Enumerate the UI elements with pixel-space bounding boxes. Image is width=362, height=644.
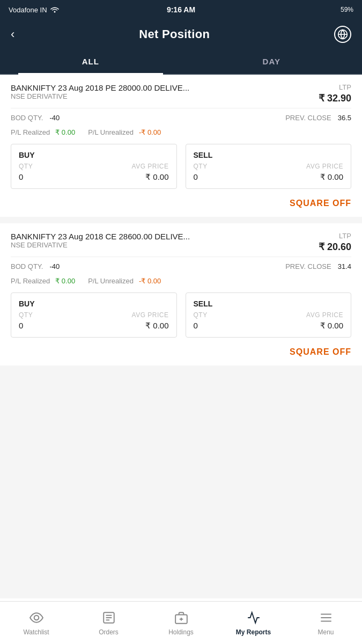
position-name-1: BANKNIFTY 23 Aug 2018 PE 28000.00 DELIVE… [11,83,189,107]
tab-day[interactable]: DAY [181,49,363,74]
bottom-nav: Watchlist Orders Holdings [0,601,362,644]
nav-menu-label: Menu [317,628,334,636]
svg-point-3 [34,615,39,620]
position-meta-2: BOD QTY. -40 PREV. CLOSE 31.4 [11,257,351,270]
pl-realized-2: P/L Realized ₹ 0.00 [11,277,75,285]
buy-box-1: BUY QTY AVG PRICE 0 ₹ 0.00 [11,144,177,189]
holdings-icon [174,610,189,625]
sell-headers-2: QTY AVG PRICE [194,311,344,319]
nav-holdings-label: Holdings [168,628,194,636]
position-name-2: BANKNIFTY 23 Aug 2018 CE 28600.00 DELIVE… [11,232,190,255]
globe-icon [337,29,348,40]
buy-sell-row-1: BUY QTY AVG PRICE 0 ₹ 0.00 SELL QTY AVG … [11,144,351,189]
square-off-row-2: SQUARE OFF [11,345,351,357]
sell-headers-1: QTY AVG PRICE [194,163,344,170]
ltp-block-1: LTP ₹ 32.90 [319,83,351,104]
nav-orders-label: Orders [99,628,119,636]
nav-orders[interactable]: Orders [72,605,145,641]
svg-point-0 [54,11,55,13]
sell-values-1: 0 ₹ 0.00 [194,172,344,182]
pl-realized-1: P/L Realized ₹ 0.00 [11,128,75,136]
status-bar: Vodafone IN 9:16 AM 59% [0,0,362,19]
nav-watchlist[interactable]: Watchlist [0,605,72,641]
page-title: Net Position [139,27,210,41]
globe-button[interactable] [334,26,351,43]
wifi-icon [50,6,59,13]
header: ‹ Net Position [0,19,362,49]
position-card-1: BANKNIFTY 23 Aug 2018 PE 28000.00 DELIVE… [0,75,362,217]
position-header-2: BANKNIFTY 23 Aug 2018 CE 28600.00 DELIVE… [11,232,351,255]
buy-headers-2: QTY AVG PRICE [19,311,169,319]
carrier-label: Vodafone IN [9,6,47,14]
watchlist-icon [29,610,44,625]
pl-row-1: P/L Realized ₹ 0.00 P/L Unrealized -₹ 0.… [11,128,351,136]
position-header-1: BANKNIFTY 23 Aug 2018 PE 28000.00 DELIVE… [11,83,351,107]
position-card-2: BANKNIFTY 23 Aug 2018 CE 28600.00 DELIVE… [0,223,362,365]
prev-close-2: PREV. CLOSE 31.4 [285,262,351,270]
sell-values-2: 0 ₹ 0.00 [194,321,344,331]
buy-values-2: 0 ₹ 0.00 [19,321,169,331]
orders-icon [101,610,116,625]
back-button[interactable]: ‹ [11,27,14,41]
myreports-icon [246,610,261,625]
bod-qty-2: BOD QTY. -40 [11,262,60,270]
square-off-button-2[interactable]: SQUARE OFF [290,347,351,357]
nav-holdings[interactable]: Holdings [145,605,217,641]
buy-headers-1: QTY AVG PRICE [19,163,169,170]
nav-myreports[interactable]: My Reports [217,605,290,641]
tab-bar: ALL DAY [0,49,362,75]
prev-close-1: PREV. CLOSE 36.5 [285,114,351,122]
status-left: Vodafone IN [9,6,59,14]
pl-unrealized-1: P/L Unrealized -₹ 0.00 [88,128,161,136]
buy-sell-row-2: BUY QTY AVG PRICE 0 ₹ 0.00 SELL QTY AVG … [11,292,351,338]
position-meta-1: BOD QTY. -40 PREV. CLOSE 36.5 [11,108,351,122]
tab-all[interactable]: ALL [0,49,181,74]
positions-content: BANKNIFTY 23 Aug 2018 PE 28000.00 DELIVE… [0,75,362,598]
nav-watchlist-label: Watchlist [23,628,49,636]
sell-box-1: SELL QTY AVG PRICE 0 ₹ 0.00 [186,144,352,189]
square-off-row-1: SQUARE OFF [11,196,351,208]
nav-menu[interactable]: Menu [290,605,362,641]
nav-myreports-label: My Reports [236,628,271,636]
pl-unrealized-2: P/L Unrealized -₹ 0.00 [88,277,161,285]
status-time: 9:16 AM [167,5,195,14]
buy-values-1: 0 ₹ 0.00 [19,172,169,182]
bod-qty-1: BOD QTY. -40 [11,114,60,122]
buy-box-2: BUY QTY AVG PRICE 0 ₹ 0.00 [11,292,177,338]
status-right: 59% [341,6,353,13]
square-off-button-1[interactable]: SQUARE OFF [290,199,351,208]
sell-box-2: SELL QTY AVG PRICE 0 ₹ 0.00 [186,292,352,338]
battery-label: 59% [341,6,353,13]
pl-row-2: P/L Realized ₹ 0.00 P/L Unrealized -₹ 0.… [11,277,351,285]
menu-icon [319,610,334,625]
ltp-block-2: LTP ₹ 20.60 [319,232,351,253]
